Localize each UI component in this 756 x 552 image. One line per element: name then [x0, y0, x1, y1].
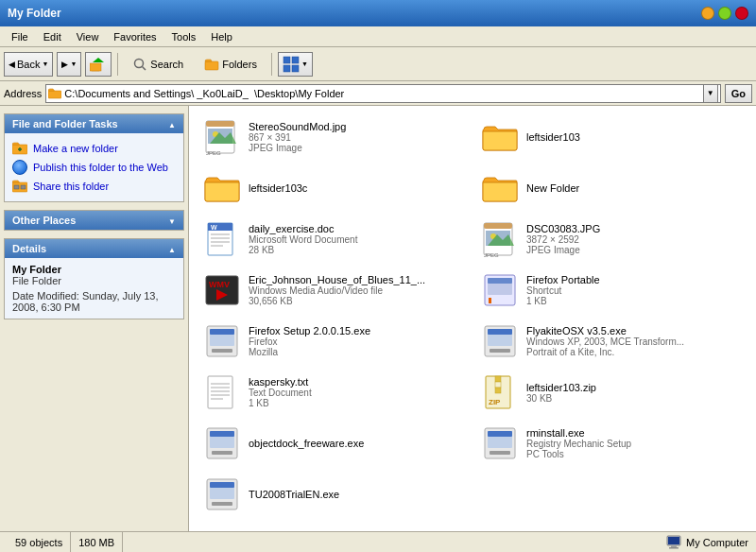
- views-dropdown-icon: ▼: [301, 60, 308, 67]
- separator-2: [271, 53, 272, 76]
- up-button[interactable]: [85, 52, 112, 77]
- svg-rect-50: [490, 349, 510, 353]
- forward-dropdown-icon: ▼: [70, 60, 77, 67]
- folders-button[interactable]: Folders: [196, 51, 266, 78]
- address-input[interactable]: [64, 88, 699, 99]
- file-item[interactable]: New Folder: [474, 164, 748, 212]
- views-button[interactable]: ▼: [278, 52, 313, 77]
- file-icon: [203, 373, 241, 411]
- menu-favorites[interactable]: Favorites: [106, 29, 163, 44]
- svg-rect-6: [284, 57, 290, 63]
- file-info: Firefox PortableShortcut1 KB: [526, 274, 742, 306]
- go-button[interactable]: Go: [725, 84, 752, 103]
- file-item[interactable]: TU2008TrialEN.exe: [197, 471, 471, 518]
- maximize-button[interactable]: [718, 7, 731, 20]
- file-item[interactable]: objectdock_freeware.exe: [197, 420, 471, 467]
- file-item[interactable]: W daily_exercise.docMicrosoft Word Docum…: [197, 216, 471, 263]
- search-button[interactable]: Search: [124, 51, 192, 78]
- file-item[interactable]: WMV Eric_Johnson_House_of_Blues_11_...Wi…: [197, 267, 471, 314]
- file-info: objectdock_freeware.exe: [249, 438, 464, 449]
- close-button[interactable]: [735, 7, 748, 20]
- file-info: daily_exercise.docMicrosoft Word Documen…: [249, 223, 464, 255]
- file-item[interactable]: JPEG DSC03083.JPG3872 × 2592JPEG Image: [474, 216, 748, 263]
- svg-text:JPEG: JPEG: [484, 252, 499, 257]
- menu-file[interactable]: File: [4, 29, 36, 44]
- file-item[interactable]: rminstall.exeRegistry Mechanic SetupPC T…: [474, 420, 748, 467]
- title-bar-text: My Folder: [8, 7, 61, 20]
- menu-help[interactable]: Help: [203, 29, 240, 44]
- file-name: Firefox Portable: [526, 274, 742, 285]
- file-item[interactable]: FlyakiteOSX v3.5.exeWindows XP, 2003, MC…: [474, 318, 748, 365]
- svg-rect-45: [210, 329, 234, 335]
- file-desc: 867 × 391JPEG Image: [249, 132, 464, 153]
- svg-rect-9: [292, 65, 299, 72]
- status-computer-label: My Computer: [686, 537, 748, 548]
- tasks-header[interactable]: File and Folder Tasks: [5, 114, 183, 133]
- svg-point-3: [135, 59, 144, 67]
- file-name: rminstall.exe: [526, 427, 742, 439]
- file-icon: [203, 322, 241, 360]
- other-places-header[interactable]: Other Places: [5, 211, 183, 230]
- folders-icon: [204, 57, 219, 72]
- file-name: New Folder: [526, 182, 742, 194]
- file-item[interactable]: leftsider103c: [197, 164, 471, 212]
- minimize-button[interactable]: [701, 7, 714, 20]
- file-desc: Text Document1 KB: [249, 388, 464, 408]
- forward-button[interactable]: ▶ ▼: [57, 52, 81, 77]
- svg-rect-59: [495, 382, 501, 388]
- svg-rect-77: [669, 547, 679, 549]
- file-name: DSC03083.JPG: [526, 223, 742, 234]
- svg-rect-72: [210, 482, 234, 488]
- svg-rect-51: [208, 376, 232, 408]
- file-name: leftsider103.zip: [526, 382, 742, 393]
- file-icon: [481, 118, 519, 156]
- task-publish-web-label: Publish this folder to the Web: [33, 162, 168, 173]
- task-publish-web[interactable]: Publish this folder to the Web: [12, 158, 176, 177]
- svg-text:W: W: [211, 224, 217, 231]
- back-button[interactable]: ◀ Back ▼: [4, 52, 53, 77]
- address-bar: Address ▼ Go: [0, 81, 756, 106]
- svg-rect-18: [206, 121, 234, 127]
- file-item[interactable]: JPEG StereoSoundMod.jpg867 × 391JPEG Ima…: [197, 113, 471, 161]
- back-arrow-icon: ◀: [9, 60, 15, 69]
- task-share-folder[interactable]: Share this folder: [12, 177, 176, 196]
- details-folder-type: File Folder: [12, 275, 176, 286]
- file-item[interactable]: leftsider103: [474, 113, 748, 161]
- window-controls: [701, 7, 748, 20]
- other-places-collapse-icon: [168, 215, 176, 226]
- task-new-folder[interactable]: Make a new folder: [12, 139, 176, 158]
- details-header-label: Details: [12, 243, 46, 254]
- svg-rect-68: [488, 431, 512, 437]
- file-icon: W: [203, 220, 241, 258]
- svg-marker-42: [489, 298, 491, 303]
- file-desc: Registry Mechanic SetupPC Tools: [526, 439, 742, 459]
- menu-edit[interactable]: Edit: [36, 29, 69, 44]
- menu-tools[interactable]: Tools: [164, 29, 204, 44]
- file-item[interactable]: Firefox PortableShortcut1 KB: [474, 267, 748, 314]
- file-desc: 3872 × 2592JPEG Image: [526, 234, 742, 255]
- file-info: FlyakiteOSX v3.5.exeWindows XP, 2003, MC…: [526, 325, 742, 357]
- svg-marker-2: [93, 58, 104, 62]
- file-desc: Windows Media Audio/Video file30,656 KB: [249, 285, 464, 306]
- menu-view[interactable]: View: [69, 29, 107, 44]
- task-share-folder-label: Share this folder: [33, 181, 109, 192]
- svg-rect-41: [488, 278, 512, 284]
- details-header[interactable]: Details: [5, 239, 183, 258]
- file-item[interactable]: Firefox Setup 2.0.0.15.exeFirefoxMozilla: [197, 318, 471, 365]
- file-item[interactable]: kaspersky.txtText Document1 KB: [197, 369, 471, 416]
- file-info: Eric_Johnson_House_of_Blues_11_...Window…: [249, 274, 464, 306]
- svg-rect-69: [490, 451, 510, 455]
- file-item[interactable]: ZIP leftsider103.zip30 KB: [474, 369, 748, 416]
- search-label: Search: [150, 59, 183, 70]
- tasks-collapse-icon: [168, 118, 176, 129]
- address-dropdown-button[interactable]: ▼: [703, 84, 718, 103]
- views-icon: [283, 56, 300, 73]
- file-info: TU2008TrialEN.exe: [249, 489, 464, 500]
- file-info: Firefox Setup 2.0.0.15.exeFirefoxMozilla: [249, 325, 464, 357]
- details-collapse-icon: [168, 243, 176, 254]
- svg-rect-73: [212, 502, 232, 506]
- back-label: Back: [17, 59, 40, 70]
- file-name: daily_exercise.doc: [249, 223, 464, 234]
- tasks-header-label: File and Folder Tasks: [12, 118, 118, 129]
- file-info: StereoSoundMod.jpg867 × 391JPEG Image: [249, 121, 464, 153]
